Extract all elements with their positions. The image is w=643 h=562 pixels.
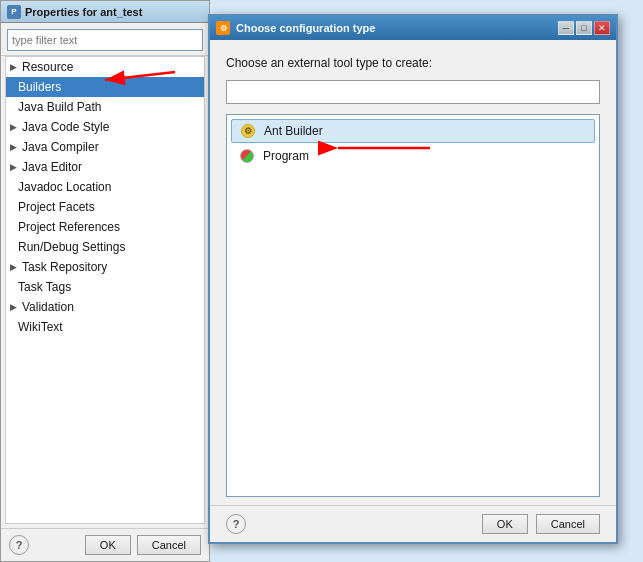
main-ok-button[interactable]: OK [85,535,131,555]
nav-tree: ▶ResourceBuildersJava Build Path▶Java Co… [5,56,205,524]
dialog-footer: ? OK Cancel [210,505,616,542]
config-item-program[interactable]: Program [231,145,595,167]
dialog-cancel-button[interactable]: Cancel [536,514,600,534]
nav-item-java-code-style[interactable]: ▶Java Code Style [6,117,204,137]
dialog-search-bar [226,80,600,104]
expand-arrow-icon: ▶ [10,142,18,152]
dialog-titlebar: ⚙ Choose configuration type ─ □ ✕ [210,16,616,40]
nav-item-label: Task Tags [18,280,71,294]
minimize-button[interactable]: ─ [558,21,574,35]
nav-item-wikitext[interactable]: WikiText [6,317,204,337]
nav-item-java-editor[interactable]: ▶Java Editor [6,157,204,177]
nav-item-task-tags[interactable]: Task Tags [6,277,204,297]
nav-item-validation[interactable]: ▶Validation [6,297,204,317]
config-item-ant-builder[interactable]: ⚙Ant Builder [231,119,595,143]
close-button[interactable]: ✕ [594,21,610,35]
main-cancel-button[interactable]: Cancel [137,535,201,555]
choose-config-dialog: ⚙ Choose configuration type ─ □ ✕ Choose… [208,14,618,544]
expand-arrow-icon: ▶ [10,122,18,132]
nav-item-label: Resource [22,60,73,74]
main-btn-group: OK Cancel [85,535,201,555]
dialog-title-left: ⚙ Choose configuration type [216,21,375,35]
nav-item-label: Javadoc Location [18,180,111,194]
dialog-icon: ⚙ [216,21,230,35]
ant-builder-icon: ⚙ [240,123,256,139]
properties-title: Properties for ant_test [25,6,142,18]
dialog-window-controls: ─ □ ✕ [558,21,610,35]
nav-item-label: Java Build Path [18,100,101,114]
config-item-label: Ant Builder [264,124,323,138]
dialog-ok-button[interactable]: OK [482,514,528,534]
nav-item-label: Task Repository [22,260,107,274]
config-type-list: ⚙Ant BuilderProgram [226,114,600,497]
dialog-btn-group: OK Cancel [482,514,600,534]
expand-arrow-icon: ▶ [10,262,18,272]
nav-item-label: Builders [18,80,61,94]
nav-item-label: Java Code Style [22,120,109,134]
nav-item-java-compiler[interactable]: ▶Java Compiler [6,137,204,157]
nav-item-label: Java Compiler [22,140,99,154]
expand-arrow-icon: ▶ [10,162,18,172]
properties-window: P Properties for ant_test ▶ResourceBuild… [0,0,210,562]
config-item-label: Program [263,149,309,163]
maximize-button[interactable]: □ [576,21,592,35]
nav-item-builders[interactable]: Builders [6,77,204,97]
dialog-description: Choose an external tool type to create: [226,56,600,70]
dialog-help-button[interactable]: ? [226,514,246,534]
nav-item-label: Run/Debug Settings [18,240,125,254]
nav-item-project-facets[interactable]: Project Facets [6,197,204,217]
program-icon [239,148,255,164]
nav-item-resource[interactable]: ▶Resource [6,57,204,77]
nav-item-label: WikiText [18,320,63,334]
properties-icon: P [7,5,21,19]
expand-arrow-icon: ▶ [10,302,18,312]
expand-arrow-icon: ▶ [10,62,18,72]
properties-titlebar: P Properties for ant_test [1,1,209,23]
nav-item-task-repository[interactable]: ▶Task Repository [6,257,204,277]
nav-item-java-build-path[interactable]: Java Build Path [6,97,204,117]
nav-item-label: Validation [22,300,74,314]
filter-input[interactable] [7,29,203,51]
nav-item-project-references[interactable]: Project References [6,217,204,237]
filter-area [1,23,209,56]
dialog-body: Choose an external tool type to create: … [210,40,616,505]
help-button[interactable]: ? [9,535,29,555]
dialog-title: Choose configuration type [236,22,375,34]
nav-item-label: Project Facets [18,200,95,214]
nav-item-label: Java Editor [22,160,82,174]
nav-item-javadoc-location[interactable]: Javadoc Location [6,177,204,197]
nav-item-label: Project References [18,220,120,234]
nav-item-run/debug-settings[interactable]: Run/Debug Settings [6,237,204,257]
bottom-bar: ? OK Cancel [1,528,209,561]
